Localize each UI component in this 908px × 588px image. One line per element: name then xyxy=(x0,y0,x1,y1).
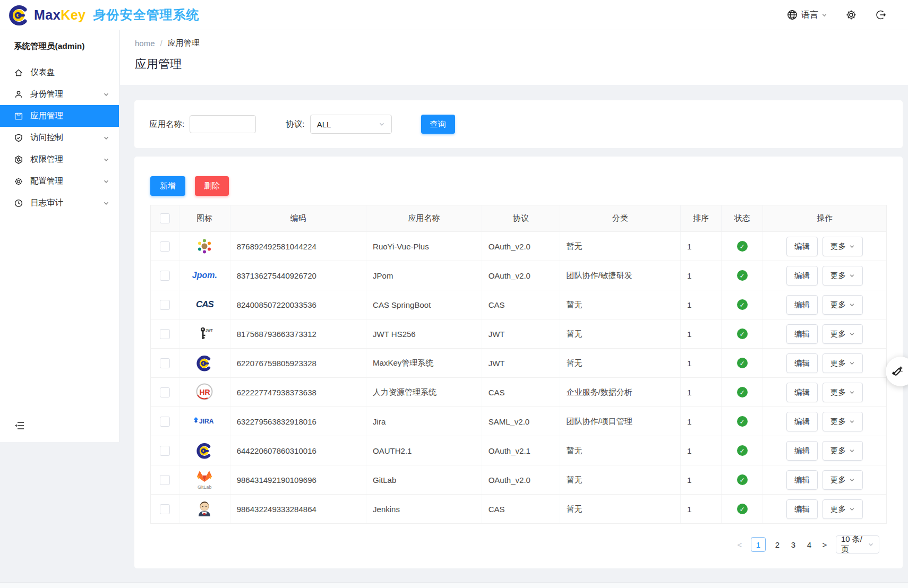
svg-text:JIRA: JIRA xyxy=(199,418,214,425)
more-button[interactable]: 更多 xyxy=(823,295,863,315)
status-enabled-icon: ✓ xyxy=(737,241,748,252)
edit-button[interactable]: 编辑 xyxy=(786,353,818,373)
add-button[interactable]: 新增 xyxy=(150,176,185,196)
table-row-8: GitLab 986431492190109696 GitLab OAuth_v… xyxy=(151,465,887,495)
app-sort: 1 xyxy=(680,232,722,261)
edit-button[interactable]: 编辑 xyxy=(786,324,818,344)
more-button[interactable]: 更多 xyxy=(823,266,863,286)
row-checkbox[interactable] xyxy=(160,417,170,427)
app-header: MaxKey 身份安全管理系统 语言 xyxy=(0,0,908,30)
status-enabled-icon: ✓ xyxy=(737,299,748,310)
app-name: RuoYi-Vue-Plus xyxy=(366,232,482,261)
pagination-page-3[interactable]: 3 xyxy=(789,540,798,549)
row-checkbox[interactable] xyxy=(160,446,170,456)
row-checkbox[interactable] xyxy=(160,504,170,514)
more-button[interactable]: 更多 xyxy=(823,237,863,256)
app-status-cell: ✓ xyxy=(722,407,763,436)
chevron-down-icon xyxy=(849,273,855,279)
app-name-filter-label: 应用名称: xyxy=(149,119,184,130)
row-checkbox[interactable] xyxy=(160,358,170,368)
app-name: MaxKey管理系统 xyxy=(366,349,482,378)
sidebar-item-5[interactable]: 配置管理 xyxy=(0,170,119,192)
row-actions-cell: 编辑 更多 xyxy=(763,465,887,495)
select-all-checkbox[interactable] xyxy=(160,213,170,223)
apps-icon xyxy=(14,111,23,121)
sidebar-item-4[interactable]: 权限管理 xyxy=(0,149,119,170)
table-row-6: JIRA 632279563832918016 Jira SAML_v2.0 团… xyxy=(151,407,887,436)
sidebar-item-1[interactable]: 身份管理 xyxy=(0,83,119,105)
logout-icon[interactable] xyxy=(875,9,887,21)
breadcrumb-home-link[interactable]: home xyxy=(135,39,155,48)
row-checkbox[interactable] xyxy=(160,300,170,310)
row-checkbox[interactable] xyxy=(160,271,170,281)
pagination-page-2[interactable]: 2 xyxy=(773,540,782,549)
sidebar-item-label: 权限管理 xyxy=(30,154,96,165)
sidebar-item-3[interactable]: 访问控制 xyxy=(0,127,119,149)
row-checkbox[interactable] xyxy=(160,387,170,397)
app-logo-jira-icon: JIRA xyxy=(193,416,216,427)
menu-collapse-icon[interactable] xyxy=(14,420,25,431)
status-enabled-icon: ✓ xyxy=(737,270,748,281)
app-sort: 1 xyxy=(680,290,722,319)
edit-button[interactable]: 编辑 xyxy=(786,237,818,256)
app-logo-ruoyi-icon xyxy=(195,236,214,255)
edit-button[interactable]: 编辑 xyxy=(786,470,818,490)
language-label: 语言 xyxy=(801,10,818,21)
app-code: 644220607860310016 xyxy=(230,436,366,465)
app-category: 暂无 xyxy=(560,436,680,465)
maxkey-logo-icon xyxy=(7,3,31,27)
breadcrumb: home / 应用管理 xyxy=(135,38,893,48)
main-content: home / 应用管理 应用管理 应用名称: 协议: ALL 查询 新增 xyxy=(120,30,908,588)
pagination-next-icon[interactable]: > xyxy=(821,540,828,549)
app-sort: 1 xyxy=(680,319,722,349)
settings-gear-icon[interactable] xyxy=(845,9,857,21)
sidebar-item-2[interactable]: 应用管理 xyxy=(0,105,119,127)
more-button[interactable]: 更多 xyxy=(823,324,863,344)
language-switcher[interactable]: 语言 xyxy=(786,9,827,21)
column-header-name: 应用名称 xyxy=(366,205,482,232)
edit-button[interactable]: 编辑 xyxy=(786,441,818,461)
app-category: 暂无 xyxy=(560,319,680,349)
globe-icon xyxy=(786,9,798,21)
row-actions-cell: 编辑 更多 xyxy=(763,290,887,319)
app-status-cell: ✓ xyxy=(722,436,763,465)
chevron-down-icon xyxy=(849,419,855,425)
app-protocol: JWT xyxy=(482,349,560,378)
chevron-down-icon xyxy=(103,157,109,163)
app-name: GitLab xyxy=(366,465,482,495)
app-name: Jira xyxy=(366,407,482,436)
protocol-select[interactable]: ALL xyxy=(310,115,392,134)
sidebar-item-0[interactable]: 仪表盘 xyxy=(0,62,119,83)
edit-button[interactable]: 编辑 xyxy=(786,266,818,286)
delete-button[interactable]: 删除 xyxy=(195,176,229,196)
edit-button[interactable]: 编辑 xyxy=(786,383,818,402)
chevron-down-icon xyxy=(103,135,109,141)
row-checkbox[interactable] xyxy=(160,329,170,339)
chevron-down-icon xyxy=(849,244,855,249)
sidebar-item-6[interactable]: 日志审计 xyxy=(0,192,119,214)
column-header-code: 编码 xyxy=(230,205,366,232)
app-icon-cell: JWT xyxy=(179,319,230,349)
pagination-prev-icon[interactable]: < xyxy=(736,540,743,549)
page-size-value: 10 条/页 xyxy=(841,534,868,555)
more-button[interactable]: 更多 xyxy=(823,470,863,490)
more-button[interactable]: 更多 xyxy=(823,441,863,461)
edit-button[interactable]: 编辑 xyxy=(786,499,818,519)
app-code: 986431492190109696 xyxy=(230,465,366,495)
edit-button[interactable]: 编辑 xyxy=(786,412,818,431)
more-button[interactable]: 更多 xyxy=(823,499,863,519)
row-checkbox[interactable] xyxy=(160,475,170,485)
more-button[interactable]: 更多 xyxy=(823,383,863,402)
search-button[interactable]: 查询 xyxy=(421,115,455,134)
row-checkbox[interactable] xyxy=(160,241,170,252)
pagination-page-4[interactable]: 4 xyxy=(805,540,813,549)
status-enabled-icon: ✓ xyxy=(737,387,748,397)
identity-icon xyxy=(14,90,23,99)
brand: MaxKey 身份安全管理系统 xyxy=(7,3,200,27)
more-button[interactable]: 更多 xyxy=(823,353,863,373)
pagination-page-1[interactable]: 1 xyxy=(751,537,766,552)
app-name-filter-input[interactable] xyxy=(190,115,256,133)
edit-button[interactable]: 编辑 xyxy=(786,295,818,315)
page-size-select[interactable]: 10 条/页 xyxy=(836,535,879,554)
more-button[interactable]: 更多 xyxy=(823,412,863,431)
